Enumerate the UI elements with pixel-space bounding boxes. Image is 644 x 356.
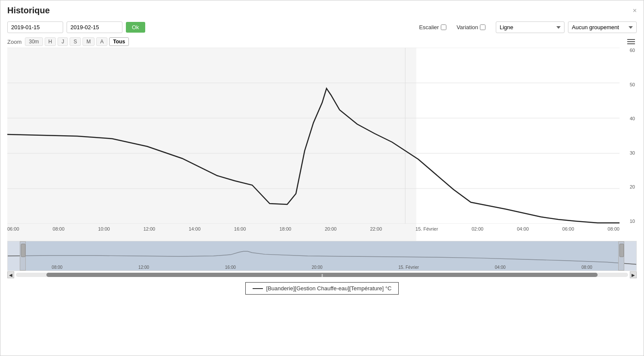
y-label-40: 40 <box>630 116 635 121</box>
nav-x-1200: 12:00 <box>138 265 149 270</box>
hamburger-line-1 <box>627 39 635 40</box>
zoom-m[interactable]: M <box>82 37 95 46</box>
legend-line-color <box>253 288 263 289</box>
x-label-2200: 22:00 <box>370 226 382 231</box>
date-to-input[interactable] <box>67 21 122 33</box>
zoom-a[interactable]: A <box>96 37 107 46</box>
zoom-s[interactable]: S <box>70 37 81 46</box>
variation-group: Variation <box>457 24 485 30</box>
svg-rect-8 <box>620 244 624 257</box>
scroll-track[interactable] <box>16 273 628 277</box>
zoom-h[interactable]: H <box>45 37 56 46</box>
page-title: Historique <box>7 6 50 15</box>
x-label-1400: 14:00 <box>189 226 201 231</box>
escalier-group: Escalier <box>419 24 446 30</box>
hamburger-line-3 <box>627 43 635 44</box>
scrollbar-row: ◀ ▶ <box>7 271 637 279</box>
navigator: 08:00 12:00 16:00 20:00 15. Février 04:0… <box>7 241 637 271</box>
chart-svg <box>7 48 620 224</box>
x-label-2000: 20:00 <box>325 226 337 231</box>
close-button[interactable]: × <box>633 7 637 15</box>
legend-item-temperature: [Buanderie][Gestion Chauffe-eau][Tempéra… <box>245 282 399 295</box>
x-label-0200: 02:00 <box>472 226 484 231</box>
x-axis: 06:00 08:00 10:00 12:00 14:00 16:00 18:0… <box>7 224 620 241</box>
main-window: Historique × Ok Escalier Variation Ligne… <box>0 0 644 356</box>
zoom-30m[interactable]: 30m <box>25 37 43 46</box>
x-label-0800b: 08:00 <box>607 226 620 231</box>
toolbar: Ok Escalier Variation Ligne Barres Point… <box>0 19 644 36</box>
legend-label: [Buanderie][Gestion Chauffe-eau][Tempéra… <box>266 285 392 292</box>
scroll-thumb[interactable] <box>46 273 598 277</box>
x-label-1000: 10:00 <box>98 226 110 231</box>
navigator-x-axis: 08:00 12:00 16:00 20:00 15. Février 04:0… <box>8 265 636 270</box>
x-label-0800: 08:00 <box>53 226 65 231</box>
chart-line <box>7 88 620 223</box>
svg-rect-7 <box>21 244 25 257</box>
ok-button[interactable]: Ok <box>126 22 145 33</box>
groupement-select[interactable]: Aucun groupement Par heure Par jour <box>568 21 637 33</box>
y-label-30: 30 <box>630 150 635 155</box>
y-axis: 60 50 40 30 20 10 <box>620 48 637 224</box>
chart-type-select[interactable]: Ligne Barres Points <box>496 21 565 33</box>
scroll-right-arrow[interactable]: ▶ <box>630 271 637 278</box>
chart-legend: [Buanderie][Gestion Chauffe-eau][Tempéra… <box>0 279 644 296</box>
y-label-60: 60 <box>630 48 635 53</box>
variation-label: Variation <box>457 24 485 30</box>
x-label-0400: 04:00 <box>517 226 529 231</box>
x-label-1600: 16:00 <box>234 226 246 231</box>
zoom-tous[interactable]: Tous <box>109 37 129 46</box>
scroll-center-handle[interactable] <box>320 273 324 277</box>
x-label-0600: 06:00 <box>7 226 19 231</box>
y-label-20: 20 <box>630 184 635 189</box>
x-label-1200: 12:00 <box>143 226 156 231</box>
nav-x-1600: 16:00 <box>225 265 236 270</box>
x-label-0600b: 06:00 <box>562 226 574 231</box>
nav-x-0800b: 08:00 <box>582 265 592 270</box>
nav-x-2000: 20:00 <box>312 265 323 270</box>
y-label-50: 50 <box>630 82 635 87</box>
nav-x-fevrier: 15. Février <box>398 265 419 270</box>
scroll-left-arrow[interactable]: ◀ <box>7 271 14 278</box>
title-bar: Historique × <box>0 0 644 19</box>
zoom-bar: Zoom 30m H J S M A Tous <box>0 36 644 48</box>
escalier-label: Escalier <box>419 24 446 30</box>
x-label-fevrier: 15. Février <box>415 226 438 231</box>
hamburger-line-2 <box>627 41 635 42</box>
date-from-input[interactable] <box>7 21 63 33</box>
navigator-background: 08:00 12:00 16:00 20:00 15. Février 04:0… <box>8 241 636 271</box>
chart-area: 60 50 40 30 20 10 06:00 08:00 10:00 12:0… <box>7 48 637 241</box>
zoom-j[interactable]: J <box>58 37 68 46</box>
zoom-label: Zoom <box>7 39 21 45</box>
nav-x-0800: 08:00 <box>52 265 62 270</box>
x-label-1800: 18:00 <box>279 226 291 231</box>
hamburger-menu-button[interactable] <box>626 37 637 46</box>
nav-x-0400: 04:00 <box>495 265 506 270</box>
variation-checkbox[interactable] <box>480 24 485 30</box>
y-label-10: 10 <box>630 219 635 224</box>
escalier-checkbox[interactable] <box>441 24 446 30</box>
